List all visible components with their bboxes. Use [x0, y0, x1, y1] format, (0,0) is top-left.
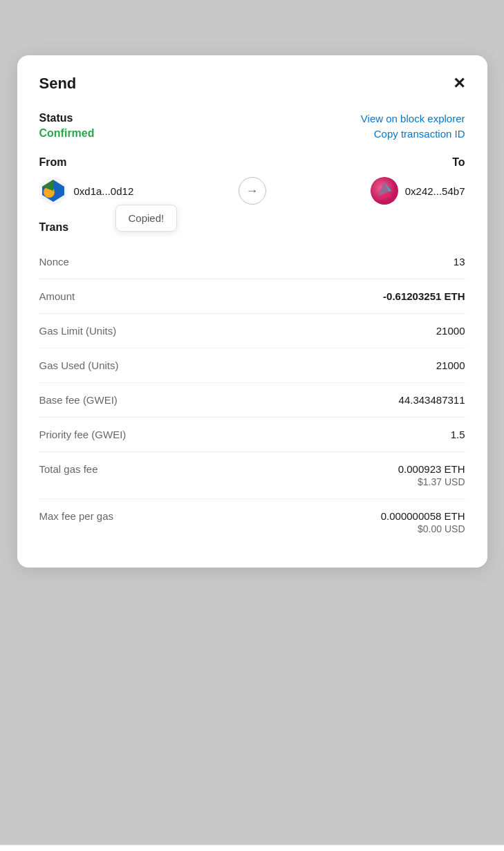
max-fee-label: Max fee per gas [39, 510, 114, 522]
to-label: To [452, 156, 465, 169]
to-address-text: 0x242...54b7 [405, 185, 465, 197]
priority-fee-row: Priority fee (GWEI) 1.5 [39, 418, 465, 452]
to-address-block: 0x242...54b7 [371, 177, 465, 205]
transaction-section-title: Trans [39, 221, 465, 234]
max-fee-value: 0.000000058 ETH $0.00 USD [381, 510, 465, 534]
nonce-label: Nonce [39, 256, 69, 268]
send-modal: Send ✕ Status View on block explorer Con… [17, 55, 487, 568]
nonce-value: 13 [454, 256, 465, 268]
max-fee-eth: 0.000000058 ETH [381, 510, 465, 522]
gas-limit-row: Gas Limit (Units) 21000 [39, 314, 465, 348]
gas-used-row: Gas Used (Units) 21000 [39, 348, 465, 383]
amount-row: Amount -0.61203251 ETH [39, 279, 465, 314]
gas-used-value: 21000 [436, 359, 465, 371]
copied-tooltip: Copied! [115, 205, 178, 232]
priority-fee-label: Priority fee (GWEI) [39, 429, 127, 440]
gas-limit-value: 21000 [436, 325, 465, 337]
nonce-row: Nonce 13 [39, 245, 465, 279]
gas-limit-label: Gas Limit (Units) [39, 325, 117, 337]
total-gas-eth: 0.000923 ETH [398, 463, 465, 475]
view-explorer-link[interactable]: View on block explorer [361, 113, 465, 124]
copy-transaction-id-link[interactable]: Copy transaction ID [374, 128, 465, 140]
status-confirmed-row: Confirmed Copy transaction ID [39, 127, 465, 140]
addresses-row: 0xd1a...0d12 → [39, 177, 465, 205]
base-fee-label: Base fee (GWEI) [39, 394, 118, 406]
from-label: From [39, 156, 67, 169]
to-avatar [371, 177, 398, 205]
from-to-labels-row: From To [39, 156, 465, 169]
copied-tooltip-text: Copied! [129, 212, 165, 224]
base-fee-value: 44.343487311 [399, 394, 465, 406]
status-row: Status View on block explorer [39, 112, 465, 124]
total-gas-label: Total gas fee [39, 463, 98, 475]
modal-title: Send [39, 75, 77, 93]
base-fee-row: Base fee (GWEI) 44.343487311 [39, 383, 465, 418]
status-confirmed-badge: Confirmed [39, 127, 95, 140]
from-address-text: 0xd1a...0d12 [74, 185, 134, 197]
status-label: Status [39, 112, 73, 124]
total-gas-value: 0.000923 ETH $1.37 USD [398, 463, 465, 487]
from-address-block: 0xd1a...0d12 [39, 177, 134, 205]
total-gas-usd: $1.37 USD [418, 476, 465, 487]
from-avatar [39, 177, 67, 205]
modal-header: Send ✕ [39, 75, 465, 93]
gas-used-label: Gas Used (Units) [39, 359, 119, 371]
max-fee-usd: $0.00 USD [418, 523, 465, 534]
arrow-icon: → [239, 177, 266, 205]
close-button[interactable]: ✕ [453, 76, 465, 91]
total-gas-row: Total gas fee 0.000923 ETH $1.37 USD [39, 452, 465, 499]
amount-value: -0.61203251 ETH [383, 290, 465, 302]
max-fee-row: Max fee per gas 0.000000058 ETH $0.00 US… [39, 499, 465, 545]
footer-hint: Need help? Contact MetaMask support [0, 845, 504, 851]
amount-label: Amount [39, 290, 75, 302]
priority-fee-value: 1.5 [451, 429, 465, 440]
modal-backdrop: Send ✕ Status View on block explorer Con… [0, 28, 504, 851]
